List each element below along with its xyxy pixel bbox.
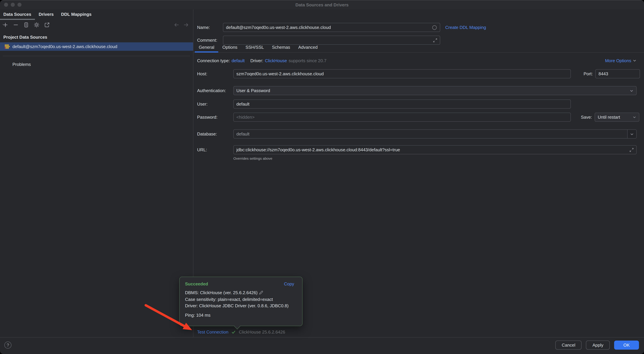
tab-divider [194,52,644,53]
port-input[interactable]: 8443 [596,69,640,78]
tab-ddl-mappings[interactable]: DDL Mappings [58,10,95,20]
chevron-down-icon [633,115,636,119]
open-in-new-icon[interactable] [44,22,50,28]
annotation-arrow [141,301,200,334]
test-connection-row: Test Connection ClickHouse 25.6.2.6426 [197,328,285,335]
expand-icon[interactable] [433,38,438,43]
driver-label: Driver: [250,58,263,63]
question-mark-icon: ? [7,343,9,347]
connection-type-value-link[interactable]: default [232,58,244,63]
save-select[interactable]: Until restart [595,113,640,122]
ok-button[interactable]: OK [614,340,639,350]
tab-drivers[interactable]: Drivers [35,10,58,20]
save-value: Until restart [598,115,620,120]
more-options-label: More Options [605,58,631,63]
popup-dbms-line: DBMS: ClickHouse (ver. 25.6.2.6426) [185,289,297,296]
data-source-toolbar [2,21,50,29]
gear-icon[interactable] [33,22,40,28]
problems-section[interactable]: Problems [12,62,31,67]
edit-pencil-icon[interactable] [259,290,263,295]
remove-icon[interactable] [12,22,19,28]
data-source-name: default@szm7oqed0o.us-west-2.aws.clickho… [12,44,117,49]
authentication-value: User & Password [236,88,270,93]
url-input[interactable]: jdbc:clickhouse://szm7oqed0o.us-west-2.a… [233,145,636,154]
database-dropdown-button[interactable] [627,130,636,138]
host-label: Host: [197,71,233,76]
popup-dbms-text: DBMS: ClickHouse (ver. 25.6.2.6426) [185,290,258,295]
host-input[interactable]: szm7oqed0o.us-west-2.aws.clickhouse.clou… [233,69,571,78]
tab-options[interactable]: Options [218,43,242,52]
data-sources-dialog: Data Sources and Drivers Data Sources Dr… [0,0,644,354]
loading-circle-icon [432,25,437,30]
url-note: Overrides settings above [233,156,272,160]
dialog-footer [0,337,644,354]
success-check-icon [231,329,236,334]
footer-buttons: Cancel Apply OK [555,340,639,350]
name-input[interactable]: default@szm7oqed0o.us-west-2.aws.clickho… [223,23,440,32]
name-label: Name: [197,25,223,30]
test-connection-link[interactable]: Test Connection [197,329,228,334]
url-value: jdbc:clickhouse://szm7oqed0o.us-west-2.a… [236,147,400,152]
duplicate-icon[interactable] [23,22,30,28]
authentication-select[interactable]: User & Password [233,86,636,95]
add-icon[interactable] [2,22,9,28]
back-icon[interactable] [173,22,180,28]
connection-status-text: ClickHouse 25.6.2.6426 [239,329,285,334]
url-label: URL: [197,147,233,152]
left-tab-bar: Data Sources Drivers DDL Mappings [0,10,95,20]
password-label: Password: [197,115,233,120]
database-value: default [236,131,250,136]
forward-icon[interactable] [183,22,189,28]
project-data-sources-header: Project Data Sources [3,35,47,40]
port-label: Port: [584,71,593,76]
comment-label: Comment: [197,38,223,43]
chevron-down-icon [630,132,634,136]
port-value: 8443 [598,71,608,76]
password-input[interactable]: <hidden> [233,113,571,122]
popup-case-line: Case sensitivity: plain=exact, delimited… [185,296,297,303]
name-value: default@szm7oqed0o.us-west-2.aws.clickho… [226,25,331,30]
data-source-list-item[interactable]: default@szm7oqed0o.us-west-2.aws.clickho… [0,42,193,51]
tab-schemas[interactable]: Schemas [268,43,294,52]
popup-copy-link[interactable]: Copy [284,281,294,286]
connection-type-label: Connection type: [197,58,230,63]
history-nav [173,21,189,29]
password-placeholder: <hidden> [236,115,254,120]
left-panel-divider [3,56,190,56]
save-label: Save: [581,115,592,120]
database-combobox[interactable]: default [233,129,636,138]
apply-button[interactable]: Apply [586,340,610,350]
chevron-down-icon [630,89,634,93]
driver-note: supports since 20.7 [288,58,326,63]
chevron-down-icon [632,59,636,63]
more-options-link[interactable]: More Options [605,58,636,64]
popup-status: Succeeded [185,281,208,286]
expand-icon[interactable] [629,147,634,152]
driver-value-link[interactable]: ClickHouse [265,58,287,63]
popup-ping-line: Ping: 104 ms [185,312,297,318]
authentication-label: Authentication: [197,88,233,93]
user-label: User: [197,102,233,107]
tab-ssh-ssl[interactable]: SSH/SSL [242,43,268,52]
cancel-button[interactable]: Cancel [555,340,582,350]
tab-general[interactable]: General [195,43,218,52]
user-value: default [236,102,250,107]
database-label: Database: [197,131,233,136]
host-value: szm7oqed0o.us-west-2.aws.clickhouse.clou… [236,71,324,76]
user-input[interactable]: default [233,99,571,109]
tab-advanced[interactable]: Advanced [294,43,322,52]
window-title: Data Sources and Drivers [0,0,644,10]
create-ddl-mapping-link[interactable]: Create DDL Mapping [445,25,486,30]
clickhouse-icon [5,44,10,49]
popup-driver-line: Driver: ClickHouse JDBC Driver (ver. 0.8… [185,303,297,309]
settings-tab-bar: General Options SSH/SSL Schemas Advanced [195,43,322,52]
help-button[interactable]: ? [4,341,12,349]
tab-data-sources[interactable]: Data Sources [0,10,35,20]
